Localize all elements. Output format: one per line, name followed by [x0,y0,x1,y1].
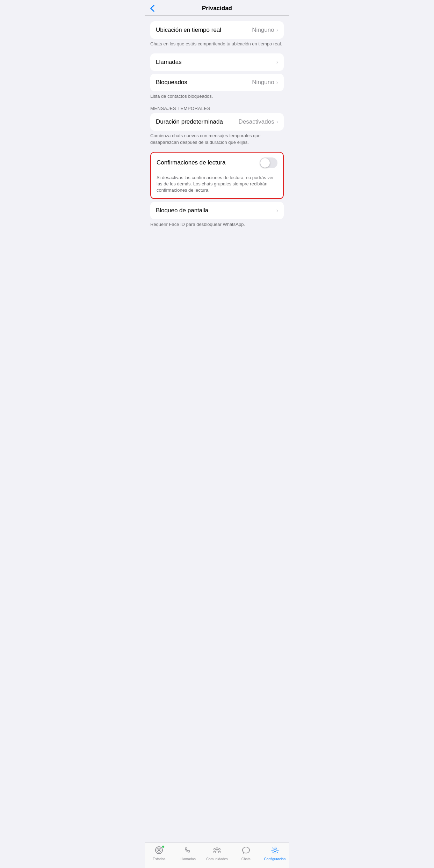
card-bloqueados: Bloqueados Ninguno › [150,74,284,91]
toggle-confirmaciones[interactable] [260,157,277,168]
row-ubicacion[interactable]: Ubicación en tiempo real Ninguno › [150,21,284,39]
row-value-bloqueados: Ninguno › [252,79,278,86]
card-bloqueo: Bloqueo de pantalla › [150,202,284,219]
row-label-duracion: Duración predeterminada [156,118,223,125]
row-llamadas[interactable]: Llamadas › [150,53,284,71]
row-label-confirmaciones: Confirmaciones de lectura [157,159,225,166]
row-label-bloqueados: Bloqueados [156,79,187,86]
chevron-icon-bloqueados: › [276,79,278,86]
row-bloqueados[interactable]: Bloqueados Ninguno › [150,74,284,91]
section-mensajes-temporales: MENSAJES TEMPORALES Duración predetermin… [145,106,289,149]
section-bloqueados: Bloqueados Ninguno › Lista de contactos … [145,74,289,103]
chevron-icon-duracion: › [276,119,278,125]
row-label-llamadas: Llamadas [156,59,182,66]
section-llamadas: Llamadas › [145,53,289,71]
row-label-bloqueo: Bloqueo de pantalla [156,207,208,214]
row-confirmaciones[interactable]: Confirmaciones de lectura [151,153,283,173]
desc-mensajes-temporales: Comienza chats nuevos con mensajes tempo… [145,131,289,149]
desc-ubicacion: Chats en los que estás compartiendo tu u… [145,39,289,51]
main-content: Ubicación en tiempo real Ninguno › Chats… [145,16,289,262]
header: Privacidad [145,0,289,16]
desc-bloqueados: Lista de contactos bloqueados. [145,91,289,103]
card-llamadas: Llamadas › [150,53,284,71]
label-mensajes-temporales: MENSAJES TEMPORALES [145,106,289,111]
card-ubicacion: Ubicación en tiempo real Ninguno › [150,21,284,39]
card-confirmaciones: Confirmaciones de lectura Si desactivas … [150,152,284,199]
back-button[interactable] [150,5,154,12]
page-title: Privacidad [202,5,232,12]
chevron-icon-ubicacion: › [276,27,278,33]
row-value-ubicacion: Ninguno › [252,27,278,34]
row-bloqueo[interactable]: Bloqueo de pantalla › [150,202,284,219]
section-bloqueo: Bloqueo de pantalla › Requerir Face ID p… [145,202,289,231]
row-duracion[interactable]: Duración predeterminada Desactivados › [150,113,284,131]
row-label-ubicacion: Ubicación en tiempo real [156,27,221,34]
card-mensajes-temporales: Duración predeterminada Desactivados › [150,113,284,131]
section-confirmaciones: Confirmaciones de lectura Si desactivas … [145,152,289,199]
row-value-duracion: Desactivados › [239,118,278,125]
chevron-icon-bloqueo: › [276,207,278,214]
toggle-knob-confirmaciones [260,158,270,168]
row-value-bloqueo: › [276,207,278,214]
row-value-llamadas: › [276,59,278,65]
chevron-icon-llamadas: › [276,59,278,65]
desc-confirmaciones: Si desactivas las confirmaciones de lect… [151,173,283,199]
section-ubicacion: Ubicación en tiempo real Ninguno › Chats… [145,21,289,51]
desc-bloqueo: Requerir Face ID para desbloquear WhatsA… [145,219,289,231]
